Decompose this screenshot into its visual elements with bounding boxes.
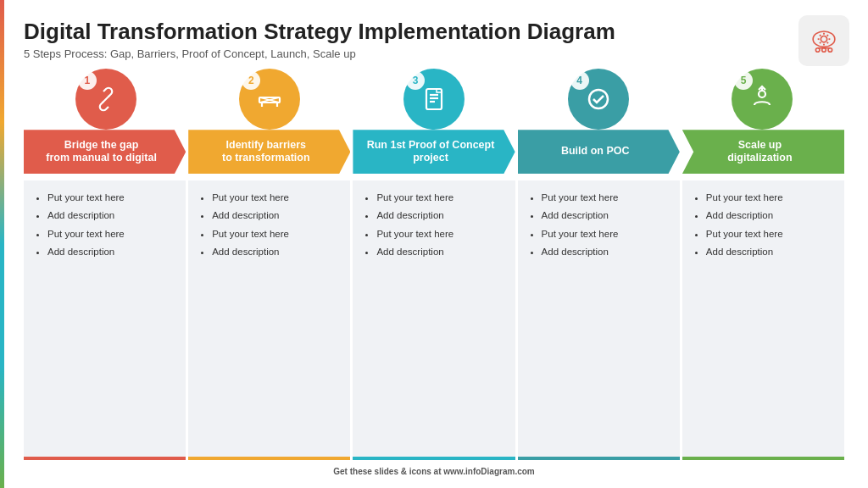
- step-num-3: 3: [406, 71, 425, 90]
- step-icon-5: 5: [683, 69, 841, 130]
- chevron-label-2: Identify barriersto transformation: [188, 130, 350, 174]
- content-col-5: Put your text here Add description Put y…: [682, 180, 844, 460]
- page: Digital Transformation Strategy Implemen…: [0, 0, 868, 488]
- content-list-1: Put your text here Add description Put y…: [36, 189, 177, 261]
- list-item: Add description: [706, 207, 836, 225]
- list-item: Put your text here: [542, 189, 671, 207]
- step-circle-3: 3: [403, 69, 465, 130]
- content-list-5: Put your text here Add description Put y…: [694, 189, 836, 261]
- step-circle-5: 5: [732, 69, 793, 130]
- chevron-bold-3: Proof of Concept: [409, 139, 494, 151]
- list-item: Add description: [542, 243, 671, 261]
- content-col-1: Put your text here Add description Put y…: [24, 180, 186, 460]
- svg-line-8: [827, 35, 828, 36]
- content-list-3: Put your text here Add description Put y…: [364, 189, 506, 261]
- content-col-2: Put your text here Add description Put y…: [188, 180, 350, 460]
- icons-row: 1 2: [24, 69, 844, 130]
- content-col-4: Put your text here Add description Put y…: [518, 180, 680, 460]
- footer-text: Get these slides & icons at www.infoDiag…: [333, 467, 534, 476]
- chevron-3: Run 1st Proof of Concept project: [353, 130, 515, 174]
- list-item: Add description: [212, 207, 342, 225]
- step-icon-1: 1: [27, 69, 185, 130]
- step-num-4: 4: [570, 71, 589, 90]
- svg-point-27: [589, 90, 608, 108]
- chevron-sub-5: digitalization: [727, 152, 792, 164]
- content-list-2: Put your text here Add description Put y…: [200, 189, 342, 261]
- svg-point-1: [821, 36, 826, 42]
- chevron-4: Build on POC: [518, 130, 680, 174]
- list-item: Put your text here: [376, 189, 506, 207]
- cloud-gear-icon: [805, 22, 843, 59]
- left-accent-bar: [0, 0, 4, 488]
- list-item: Put your text here: [542, 225, 671, 243]
- step-circle-4: 4: [568, 69, 629, 130]
- step-circle-1: 1: [75, 69, 136, 130]
- step-icon-4: 4: [520, 69, 677, 130]
- list-item: Add description: [542, 207, 671, 225]
- content-list-4: Put your text here Add description Put y…: [530, 189, 671, 261]
- chevron-bold-2: Identify barriers: [226, 139, 306, 151]
- svg-line-7: [827, 42, 828, 43]
- arrows-row: Bridge the gapfrom manual to digital Ide…: [24, 130, 844, 174]
- page-subtitle: 5 Steps Process: Gap, Barriers, Proof of…: [24, 47, 844, 60]
- chevron-1: Bridge the gapfrom manual to digital: [24, 130, 186, 174]
- chevron-sub-2: to transformation: [222, 152, 309, 164]
- svg-line-17: [103, 96, 109, 103]
- checkmark-icon: [582, 83, 615, 115]
- list-item: Put your text here: [212, 189, 342, 207]
- list-item: Add description: [47, 243, 177, 261]
- chevron-bold-1: Bridge the gap: [64, 139, 139, 151]
- top-right-icon-box: [798, 15, 849, 66]
- list-item: Put your text here: [706, 189, 836, 207]
- list-item: Put your text here: [47, 189, 177, 207]
- chevron-label-5: Scale updigitalization: [682, 130, 844, 174]
- list-item: Add description: [47, 207, 177, 225]
- chevron-bold-5: Scale up: [738, 139, 782, 151]
- chevron-label-4: Build on POC: [518, 130, 680, 174]
- content-row: Put your text here Add description Put y…: [24, 180, 844, 460]
- footer: Get these slides & icons at www.infoDiag…: [24, 467, 844, 476]
- step-circle-2: 2: [239, 69, 300, 130]
- list-item: Put your text here: [706, 225, 836, 243]
- chevron-2: Identify barriersto transformation: [188, 130, 350, 174]
- svg-line-6: [820, 35, 821, 36]
- svg-point-28: [759, 91, 765, 97]
- list-item: Put your text here: [47, 225, 177, 243]
- step-num-1: 1: [78, 71, 97, 90]
- list-item: Add description: [212, 243, 342, 261]
- list-item: Put your text here: [212, 225, 342, 243]
- chevron-sub-1: from manual to digital: [46, 152, 157, 164]
- list-item: Add description: [376, 207, 506, 225]
- step-icon-2: 2: [191, 69, 348, 130]
- chevron-label-1: Bridge the gapfrom manual to digital: [24, 130, 186, 174]
- scale-up-icon: [746, 83, 778, 115]
- step-icon-3: 3: [355, 69, 513, 130]
- barrier-icon: [253, 83, 286, 115]
- header: Digital Transformation Strategy Implemen…: [24, 19, 844, 60]
- svg-line-9: [820, 42, 821, 43]
- list-item: Put your text here: [376, 225, 506, 243]
- content-col-3: Put your text here Add description Put y…: [353, 180, 515, 460]
- chevron-label-3: Run 1st Proof of Concept project: [353, 130, 515, 174]
- page-title: Digital Transformation Strategy Implemen…: [24, 19, 844, 45]
- list-item: Add description: [706, 243, 836, 261]
- document-list-icon: [418, 83, 450, 115]
- chevron-5: Scale updigitalization: [682, 130, 844, 174]
- list-item: Add description: [376, 243, 506, 261]
- footer-brand: infoDiagram: [465, 467, 515, 476]
- chevron-bold-4: POC: [606, 145, 629, 157]
- link-icon: [90, 83, 122, 115]
